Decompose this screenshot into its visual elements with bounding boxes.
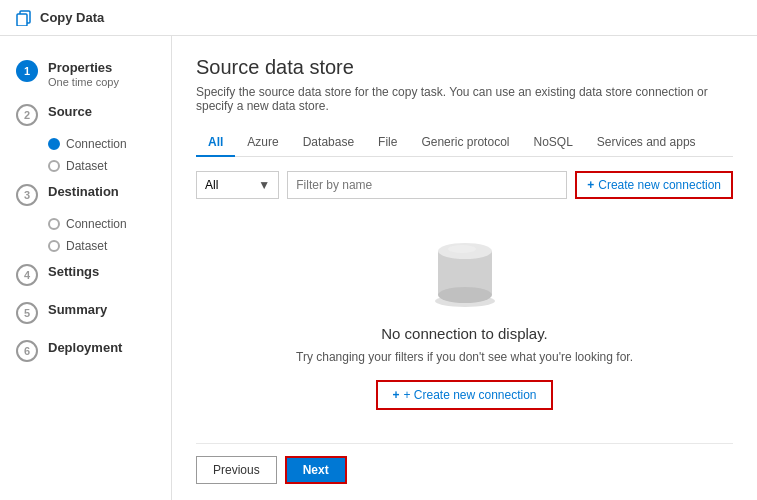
- create-connection-center-label: + Create new connection: [403, 388, 536, 402]
- dest-dataset-circle: [48, 240, 60, 252]
- source-connection-circle: [48, 138, 60, 150]
- source-dataset-item[interactable]: Dataset: [48, 156, 171, 176]
- next-button[interactable]: Next: [285, 456, 347, 484]
- svg-point-4: [438, 287, 492, 303]
- sidebar-item-properties[interactable]: 1 Properties One time copy: [0, 52, 171, 96]
- plus-icon-top: +: [587, 178, 594, 192]
- empty-state-subtitle: Try changing your filters if you don't s…: [296, 350, 633, 364]
- tab-file[interactable]: File: [366, 129, 409, 157]
- step-4-circle: 4: [16, 264, 38, 286]
- tab-generic-protocol[interactable]: Generic protocol: [409, 129, 521, 157]
- plus-icon-center: +: [392, 388, 399, 402]
- source-sub-items: Connection Dataset: [0, 134, 171, 176]
- svg-point-6: [448, 245, 476, 253]
- step-3-content: Destination: [48, 184, 119, 199]
- previous-button[interactable]: Previous: [196, 456, 277, 484]
- step-1-label: Properties: [48, 60, 119, 75]
- step-2-label: Source: [48, 104, 92, 119]
- tab-azure[interactable]: Azure: [235, 129, 290, 157]
- create-connection-center-button[interactable]: + + Create new connection: [376, 380, 552, 410]
- dest-connection-circle: [48, 218, 60, 230]
- tab-services-apps[interactable]: Services and apps: [585, 129, 708, 157]
- sidebar-item-summary[interactable]: 5 Summary: [0, 294, 171, 332]
- tab-all[interactable]: All: [196, 129, 235, 157]
- filter-dropdown[interactable]: All ▼: [196, 171, 279, 199]
- page-title: Source data store: [196, 56, 733, 79]
- svg-rect-1: [17, 14, 27, 26]
- step-5-content: Summary: [48, 302, 107, 317]
- dest-dataset-label: Dataset: [66, 239, 107, 253]
- empty-state: No connection to display. Try changing y…: [196, 215, 733, 443]
- copy-data-icon: [16, 10, 32, 26]
- top-bar: Copy Data: [0, 0, 757, 36]
- source-dataset-circle: [48, 160, 60, 172]
- step-3-label: Destination: [48, 184, 119, 199]
- create-connection-top-label: Create new connection: [598, 178, 721, 192]
- step-6-content: Deployment: [48, 340, 122, 355]
- create-connection-top-button[interactable]: + Create new connection: [575, 171, 733, 199]
- search-input[interactable]: [287, 171, 567, 199]
- dest-dataset-item[interactable]: Dataset: [48, 236, 171, 256]
- app-title: Copy Data: [40, 10, 104, 25]
- sidebar: 1 Properties One time copy 2 Source Conn…: [0, 36, 172, 500]
- step-6-label: Deployment: [48, 340, 122, 355]
- filter-row: All ▼ + Create new connection: [196, 171, 733, 199]
- main-layout: 1 Properties One time copy 2 Source Conn…: [0, 36, 757, 500]
- sidebar-item-source[interactable]: 2 Source: [0, 96, 171, 134]
- step-6-circle: 6: [16, 340, 38, 362]
- footer: Previous Next: [196, 443, 733, 484]
- source-connection-item[interactable]: Connection: [48, 134, 171, 154]
- content-area: Source data store Specify the source dat…: [172, 36, 757, 500]
- dest-connection-label: Connection: [66, 217, 127, 231]
- sidebar-item-deployment[interactable]: 6 Deployment: [0, 332, 171, 370]
- step-1-circle: 1: [16, 60, 38, 82]
- step-4-label: Settings: [48, 264, 99, 279]
- step-2-content: Source: [48, 104, 92, 119]
- step-5-label: Summary: [48, 302, 107, 317]
- empty-state-title: No connection to display.: [381, 325, 548, 342]
- tab-database[interactable]: Database: [291, 129, 366, 157]
- step-1-sub: One time copy: [48, 76, 119, 88]
- page-subtitle: Specify the source data store for the co…: [196, 85, 733, 113]
- tab-bar: All Azure Database File Generic protocol…: [196, 129, 733, 157]
- sidebar-item-settings[interactable]: 4 Settings: [0, 256, 171, 294]
- dest-connection-item[interactable]: Connection: [48, 214, 171, 234]
- source-dataset-label: Dataset: [66, 159, 107, 173]
- step-5-circle: 5: [16, 302, 38, 324]
- sidebar-item-destination[interactable]: 3 Destination: [0, 176, 171, 214]
- dest-sub-items: Connection Dataset: [0, 214, 171, 256]
- step-2-circle: 2: [16, 104, 38, 126]
- chevron-down-icon: ▼: [258, 178, 270, 192]
- step-4-content: Settings: [48, 264, 99, 279]
- database-illustration: [420, 229, 510, 309]
- source-connection-label: Connection: [66, 137, 127, 151]
- step-3-circle: 3: [16, 184, 38, 206]
- filter-dropdown-value: All: [205, 178, 218, 192]
- step-1-content: Properties One time copy: [48, 60, 119, 88]
- tab-nosql[interactable]: NoSQL: [521, 129, 584, 157]
